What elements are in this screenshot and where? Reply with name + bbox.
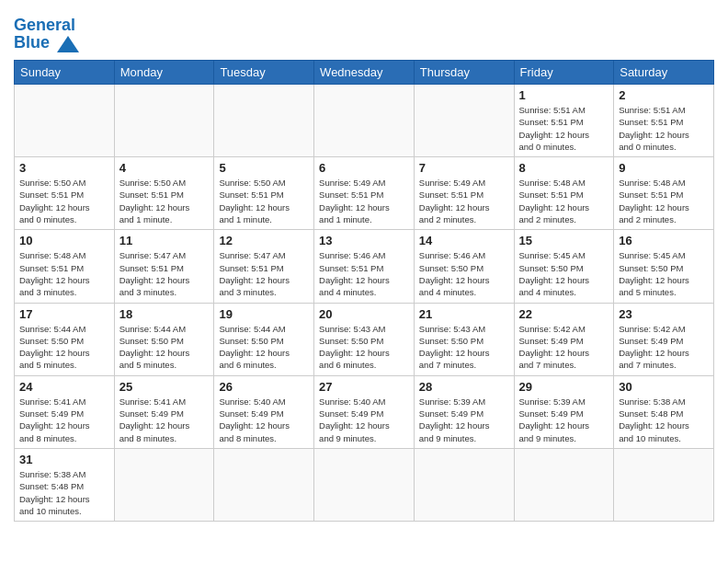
calendar-cell: 18Sunrise: 5:44 AM Sunset: 5:50 PM Dayli…: [114, 303, 214, 375]
weekday-header-wednesday: Wednesday: [314, 61, 415, 85]
calendar-cell: 30Sunrise: 5:38 AM Sunset: 5:48 PM Dayli…: [614, 375, 714, 448]
calendar-cell: 25Sunrise: 5:41 AM Sunset: 5:49 PM Dayli…: [114, 375, 214, 448]
calendar-cell: 9Sunrise: 5:48 AM Sunset: 5:51 PM Daylig…: [614, 157, 714, 230]
day-info: Sunrise: 5:38 AM Sunset: 5:48 PM Dayligh…: [619, 396, 709, 444]
calendar-cell: [414, 85, 514, 157]
day-info: Sunrise: 5:47 AM Sunset: 5:51 PM Dayligh…: [119, 249, 210, 298]
calendar-cell: 11Sunrise: 5:47 AM Sunset: 5:51 PM Dayli…: [114, 230, 214, 303]
calendar-cell: 17Sunrise: 5:44 AM Sunset: 5:50 PM Dayli…: [15, 303, 115, 375]
day-info: Sunrise: 5:51 AM Sunset: 5:51 PM Dayligh…: [619, 104, 709, 153]
day-number: 24: [19, 380, 109, 394]
calendar-cell: 19Sunrise: 5:44 AM Sunset: 5:50 PM Dayli…: [214, 303, 314, 375]
calendar-cell: 2Sunrise: 5:51 AM Sunset: 5:51 PM Daylig…: [614, 85, 714, 157]
svg-marker-0: [57, 36, 79, 52]
calendar-cell: [414, 448, 514, 521]
day-number: 7: [419, 161, 509, 175]
day-number: 5: [219, 161, 309, 175]
calendar-cell: [214, 85, 314, 157]
day-info: Sunrise: 5:40 AM Sunset: 5:49 PM Dayligh…: [219, 396, 309, 444]
calendar-cell: 22Sunrise: 5:42 AM Sunset: 5:49 PM Dayli…: [514, 303, 614, 375]
calendar-cell: 8Sunrise: 5:48 AM Sunset: 5:51 PM Daylig…: [514, 157, 614, 230]
day-info: Sunrise: 5:39 AM Sunset: 5:49 PM Dayligh…: [519, 396, 609, 444]
day-number: 3: [19, 161, 109, 175]
day-info: Sunrise: 5:46 AM Sunset: 5:51 PM Dayligh…: [319, 249, 409, 298]
logo: General Blue: [14, 17, 81, 54]
day-number: 15: [519, 234, 609, 247]
day-number: 20: [319, 307, 409, 321]
calendar-cell: 4Sunrise: 5:50 AM Sunset: 5:51 PM Daylig…: [114, 157, 214, 230]
day-info: Sunrise: 5:49 AM Sunset: 5:51 PM Dayligh…: [319, 177, 409, 225]
weekday-header-tuesday: Tuesday: [214, 61, 314, 85]
day-number: 9: [619, 161, 709, 175]
day-number: 18: [119, 307, 210, 321]
calendar-week-3: 17Sunrise: 5:44 AM Sunset: 5:50 PM Dayli…: [15, 303, 714, 375]
day-info: Sunrise: 5:43 AM Sunset: 5:50 PM Dayligh…: [319, 323, 409, 372]
day-info: Sunrise: 5:39 AM Sunset: 5:49 PM Dayligh…: [419, 396, 509, 444]
calendar-cell: 20Sunrise: 5:43 AM Sunset: 5:50 PM Dayli…: [314, 303, 415, 375]
calendar-cell: 27Sunrise: 5:40 AM Sunset: 5:49 PM Dayli…: [314, 375, 415, 448]
calendar-cell: [15, 85, 115, 157]
calendar-cell: [114, 448, 214, 521]
day-number: 4: [119, 161, 210, 175]
day-info: Sunrise: 5:44 AM Sunset: 5:50 PM Dayligh…: [119, 323, 210, 372]
calendar-cell: [514, 448, 614, 521]
day-number: 13: [319, 234, 409, 247]
calendar-cell: [314, 448, 415, 521]
day-info: Sunrise: 5:47 AM Sunset: 5:51 PM Dayligh…: [219, 249, 309, 298]
day-info: Sunrise: 5:45 AM Sunset: 5:50 PM Dayligh…: [519, 249, 609, 298]
calendar-cell: [614, 448, 714, 521]
page-header: General Blue: [14, 9, 714, 54]
calendar-cell: 7Sunrise: 5:49 AM Sunset: 5:51 PM Daylig…: [414, 157, 514, 230]
day-number: 27: [319, 380, 409, 394]
day-info: Sunrise: 5:45 AM Sunset: 5:50 PM Dayligh…: [619, 249, 709, 298]
calendar-cell: 29Sunrise: 5:39 AM Sunset: 5:49 PM Dayli…: [514, 375, 614, 448]
calendar-cell: 24Sunrise: 5:41 AM Sunset: 5:49 PM Dayli…: [15, 375, 115, 448]
day-number: 28: [419, 380, 509, 394]
day-info: Sunrise: 5:50 AM Sunset: 5:51 PM Dayligh…: [119, 177, 210, 225]
day-info: Sunrise: 5:48 AM Sunset: 5:51 PM Dayligh…: [19, 249, 109, 298]
calendar-table: SundayMondayTuesdayWednesdayThursdayFrid…: [14, 60, 714, 522]
day-number: 31: [19, 453, 109, 466]
calendar-cell: [114, 85, 214, 157]
calendar-cell: 23Sunrise: 5:42 AM Sunset: 5:49 PM Dayli…: [614, 303, 714, 375]
calendar-cell: 13Sunrise: 5:46 AM Sunset: 5:51 PM Dayli…: [314, 230, 415, 303]
day-info: Sunrise: 5:49 AM Sunset: 5:51 PM Dayligh…: [419, 177, 509, 225]
calendar-cell: 5Sunrise: 5:50 AM Sunset: 5:51 PM Daylig…: [214, 157, 314, 230]
day-number: 17: [19, 307, 109, 321]
calendar-cell: 26Sunrise: 5:40 AM Sunset: 5:49 PM Dayli…: [214, 375, 314, 448]
weekday-header-row: SundayMondayTuesdayWednesdayThursdayFrid…: [15, 61, 714, 85]
day-info: Sunrise: 5:43 AM Sunset: 5:50 PM Dayligh…: [419, 323, 509, 372]
calendar-week-0: 1Sunrise: 5:51 AM Sunset: 5:51 PM Daylig…: [15, 85, 714, 157]
calendar-cell: 28Sunrise: 5:39 AM Sunset: 5:49 PM Dayli…: [414, 375, 514, 448]
calendar-cell: 15Sunrise: 5:45 AM Sunset: 5:50 PM Dayli…: [514, 230, 614, 303]
day-number: 6: [319, 161, 409, 175]
day-number: 16: [619, 234, 709, 247]
day-info: Sunrise: 5:42 AM Sunset: 5:49 PM Dayligh…: [519, 323, 609, 372]
calendar-cell: 6Sunrise: 5:49 AM Sunset: 5:51 PM Daylig…: [314, 157, 415, 230]
day-number: 11: [119, 234, 210, 247]
weekday-header-friday: Friday: [514, 61, 614, 85]
calendar-cell: [314, 85, 415, 157]
weekday-header-sunday: Sunday: [15, 61, 115, 85]
day-number: 8: [519, 161, 609, 175]
day-number: 30: [619, 380, 709, 394]
calendar-week-4: 24Sunrise: 5:41 AM Sunset: 5:49 PM Dayli…: [15, 375, 714, 448]
day-info: Sunrise: 5:50 AM Sunset: 5:51 PM Dayligh…: [19, 177, 109, 225]
calendar-cell: [214, 448, 314, 521]
day-number: 1: [519, 88, 609, 102]
calendar-cell: 21Sunrise: 5:43 AM Sunset: 5:50 PM Dayli…: [414, 303, 514, 375]
logo-text: General: [14, 16, 75, 34]
day-info: Sunrise: 5:51 AM Sunset: 5:51 PM Dayligh…: [519, 104, 609, 153]
day-info: Sunrise: 5:44 AM Sunset: 5:50 PM Dayligh…: [19, 323, 109, 372]
day-info: Sunrise: 5:40 AM Sunset: 5:49 PM Dayligh…: [319, 396, 409, 444]
day-info: Sunrise: 5:46 AM Sunset: 5:50 PM Dayligh…: [419, 249, 509, 298]
calendar-cell: 1Sunrise: 5:51 AM Sunset: 5:51 PM Daylig…: [514, 85, 614, 157]
day-number: 10: [19, 234, 109, 247]
day-number: 21: [419, 307, 509, 321]
day-number: 19: [219, 307, 309, 321]
day-number: 26: [219, 380, 309, 394]
day-info: Sunrise: 5:50 AM Sunset: 5:51 PM Dayligh…: [219, 177, 309, 225]
calendar-cell: 10Sunrise: 5:48 AM Sunset: 5:51 PM Dayli…: [15, 230, 115, 303]
calendar-cell: 12Sunrise: 5:47 AM Sunset: 5:51 PM Dayli…: [214, 230, 314, 303]
logo-icon: [55, 34, 81, 54]
